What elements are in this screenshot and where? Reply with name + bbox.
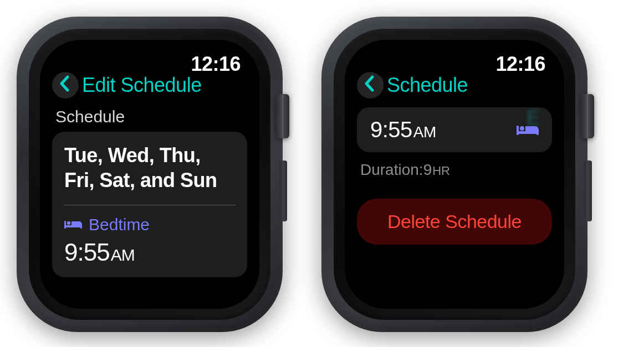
- chevron-left-icon: [364, 75, 374, 96]
- svg-point-7: [520, 126, 524, 131]
- page-title: Schedule: [387, 74, 468, 97]
- watch-left: 12:16 Edit Schedule Schedule Tue, Wed, T…: [17, 17, 283, 332]
- delete-schedule-button[interactable]: Delete Schedule: [357, 199, 552, 245]
- duration-unit: HR: [432, 164, 450, 178]
- wake-time-value-row: 9:55 AM: [370, 117, 436, 142]
- duration-label: Duration: 9 HR: [357, 161, 552, 179]
- watch-right: 12:16 t Schedule E 9:55 AM: [321, 17, 587, 332]
- status-bar: 12:16: [52, 51, 247, 74]
- bed-icon: [64, 217, 82, 232]
- nav-header: t Schedule E: [357, 72, 552, 99]
- back-button[interactable]: [52, 72, 79, 99]
- side-button[interactable]: [584, 160, 592, 221]
- bedtime-time-ampm: AM: [111, 246, 135, 265]
- nav-header: Edit Schedule: [52, 72, 247, 99]
- digital-crown[interactable]: [276, 94, 289, 138]
- wake-time-ampm: AM: [413, 123, 436, 141]
- bedtime-row: Bedtime: [64, 215, 235, 234]
- bedtime-time[interactable]: 9:55 AM: [64, 239, 235, 266]
- status-bar: 12:16: [357, 51, 552, 74]
- svg-rect-5: [517, 126, 519, 135]
- divider: [63, 205, 236, 205]
- wake-time-value: 9:55: [370, 117, 412, 142]
- wake-time-card[interactable]: 9:55 AM: [357, 107, 552, 152]
- section-label-schedule: Schedule: [52, 107, 247, 126]
- delete-schedule-label: Delete Schedule: [387, 211, 522, 232]
- back-button[interactable]: [357, 72, 384, 99]
- schedule-card[interactable]: Tue, Wed, Thu, Fri, Sat, and Sun Bedtime…: [52, 132, 247, 277]
- digital-crown[interactable]: [581, 94, 594, 138]
- header-blur-suffix: E: [527, 106, 540, 130]
- page-title: Edit Schedule: [82, 74, 202, 97]
- duration-value: 9: [423, 161, 432, 179]
- bedtime-time-value: 9:55: [64, 239, 110, 266]
- chevron-left-icon: [59, 75, 69, 96]
- side-button[interactable]: [279, 160, 287, 221]
- svg-rect-1: [64, 221, 66, 229]
- svg-rect-0: [64, 225, 82, 227]
- svg-rect-4: [517, 131, 539, 134]
- schedule-days: Tue, Wed, Thu, Fri, Sat, and Sun: [64, 143, 235, 193]
- watch-screen-left: 12:16 Edit Schedule Schedule Tue, Wed, T…: [40, 40, 259, 309]
- duration-prefix: Duration:: [360, 161, 423, 179]
- bedtime-label: Bedtime: [89, 215, 150, 234]
- svg-point-3: [67, 221, 70, 225]
- watch-screen-right: 12:16 t Schedule E 9:55 AM: [345, 40, 564, 309]
